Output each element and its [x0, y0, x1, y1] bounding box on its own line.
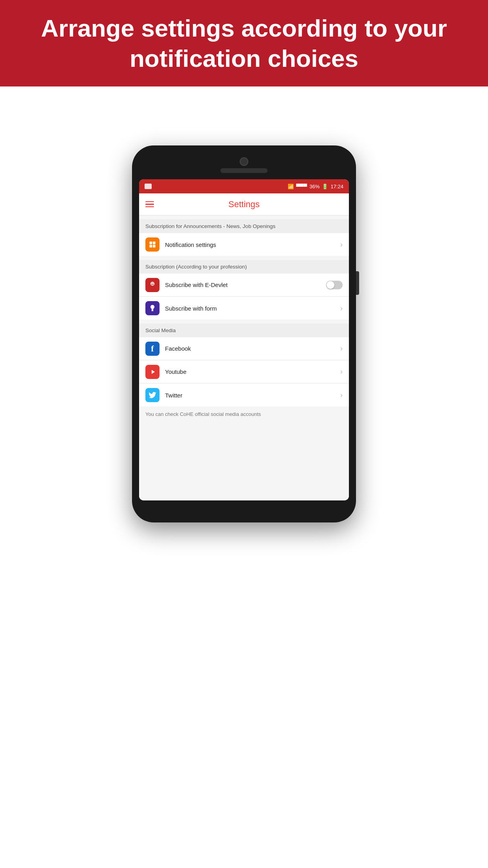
phone-bottom	[139, 500, 349, 508]
phone-wrapper: 📶 ▀▀▀ 36% 🔋 17:24 Settings	[0, 145, 488, 522]
twitter-label: Twitter	[165, 392, 340, 399]
youtube-label: Youtube	[165, 368, 340, 375]
subscribe-form-label: Subscribe with form	[165, 305, 340, 312]
section-divider-3	[139, 320, 349, 324]
chevron-icon-facebook: ›	[340, 344, 343, 353]
battery-percent: 36%	[309, 184, 319, 189]
list-item-youtube[interactable]: Youtube ›	[139, 360, 349, 383]
status-left	[145, 184, 152, 189]
svg-rect-0	[150, 242, 152, 245]
menu-icon[interactable]	[145, 201, 154, 208]
status-app-icon	[145, 184, 152, 189]
phone-side-button	[356, 271, 359, 295]
list-item-notification-settings[interactable]: Notification settings ›	[139, 233, 349, 256]
chevron-icon-notification: ›	[340, 241, 343, 249]
phone-speaker	[220, 168, 268, 173]
phone: 📶 ▀▀▀ 36% 🔋 17:24 Settings	[132, 145, 356, 522]
header-title: Arrange settings according to your notif…	[31, 13, 457, 74]
list-item-edevlet[interactable]: Subscribe with E-Devlet	[139, 274, 349, 296]
wifi-icon: 📶	[288, 184, 294, 189]
svg-rect-1	[153, 242, 156, 245]
chevron-icon-twitter: ›	[340, 391, 343, 399]
screen: 📶 ▀▀▀ 36% 🔋 17:24 Settings	[139, 179, 349, 500]
youtube-icon	[145, 365, 160, 379]
phone-top	[139, 157, 349, 176]
gap	[0, 86, 488, 145]
edevlet-label: Subscribe with E-Devlet	[165, 281, 326, 288]
bottom-padding	[139, 422, 349, 500]
edevlet-toggle[interactable]	[326, 281, 343, 289]
subscribe-form-icon	[145, 301, 160, 315]
status-time: 17:24	[330, 184, 343, 189]
svg-marker-6	[152, 370, 155, 374]
signal-icon: ▀▀▀	[296, 184, 307, 189]
svg-rect-3	[153, 245, 156, 248]
phone-camera	[240, 157, 248, 166]
facebook-icon: f	[145, 342, 160, 356]
toggle-knob	[327, 281, 334, 289]
list-section-social: f Facebook › Youtube ›	[139, 337, 349, 406]
status-bar: 📶 ▀▀▀ 36% 🔋 17:24	[139, 179, 349, 193]
section-divider-2	[139, 256, 349, 260]
app-bar: Settings	[139, 193, 349, 215]
facebook-label: Facebook	[165, 345, 340, 352]
section-header-social: Social Media	[139, 324, 349, 337]
app-bar-title: Settings	[160, 199, 328, 210]
battery-icon: 🔋	[322, 184, 328, 189]
svg-rect-2	[150, 245, 152, 248]
chevron-icon-youtube: ›	[340, 368, 343, 376]
twitter-icon	[145, 388, 160, 402]
status-right: 📶 ▀▀▀ 36% 🔋 17:24	[288, 184, 343, 189]
list-section-profession: Subscribe with E-Devlet Subscr	[139, 274, 349, 320]
chevron-icon-form: ›	[340, 304, 343, 313]
settings-content: Subscription for Announcements - News, J…	[139, 215, 349, 500]
notification-settings-icon	[145, 237, 160, 252]
section-header-announcements: Subscription for Announcements - News, J…	[139, 219, 349, 233]
header-banner: Arrange settings according to your notif…	[0, 0, 488, 86]
notification-settings-label: Notification settings	[165, 241, 340, 248]
list-item-subscribe-form[interactable]: Subscribe with form ›	[139, 297, 349, 320]
list-item-facebook[interactable]: f Facebook ›	[139, 337, 349, 360]
section-divider-1	[139, 215, 349, 219]
list-section-announcements: Notification settings ›	[139, 233, 349, 256]
social-note: You can check CoHE official social media…	[139, 406, 349, 422]
edevlet-icon	[145, 278, 160, 292]
section-header-profession: Subscription (According to your professi…	[139, 260, 349, 274]
list-item-twitter[interactable]: Twitter ›	[139, 384, 349, 406]
